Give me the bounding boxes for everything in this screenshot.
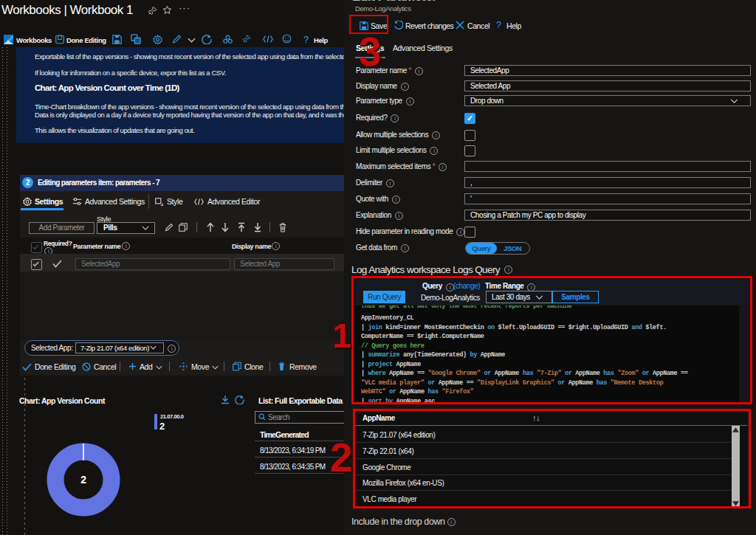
svg-text:2: 2 [80,474,86,486]
